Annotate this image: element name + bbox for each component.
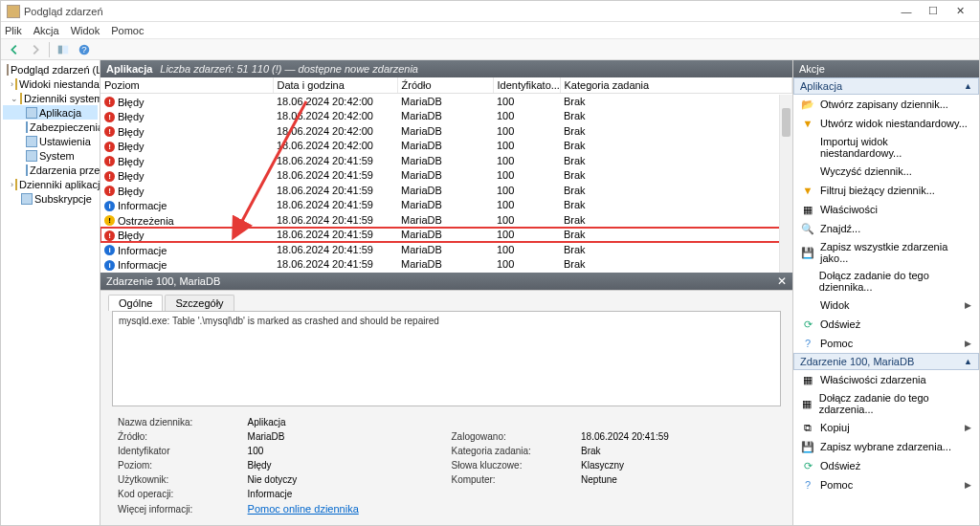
table-row[interactable]: iInformacje18.06.2024 20:41:59MariaDB100… (100, 257, 792, 273)
row-level: Ostrzeżenia (118, 215, 174, 227)
tree-appservices[interactable]: ›Dzienniki aplikacji i usług (3, 177, 98, 191)
level-info-icon: i (104, 201, 115, 211)
action-clear-log[interactable]: Wyczyść dziennik... (793, 162, 979, 181)
action-event-attach[interactable]: ▦Dołącz zadanie do tego zdarzenia... (793, 389, 979, 418)
back-button[interactable] (5, 41, 24, 58)
actions-group-app[interactable]: Aplikacja▲ (793, 77, 979, 95)
table-row[interactable]: iInformacje18.06.2024 20:41:59MariaDB100… (100, 198, 792, 213)
help-link[interactable]: Pomoc online dziennika (248, 503, 359, 515)
tree-label: Podgląd zdarzeń (Lokalny) (11, 64, 100, 76)
scrollbar[interactable] (779, 95, 792, 273)
table-row[interactable]: !Błędy18.06.2024 20:42:00MariaDB100Brak (100, 94, 792, 109)
minimize-button[interactable]: — (893, 3, 920, 20)
col-date[interactable]: Data i godzina (273, 77, 397, 94)
row-date: 18.06.2024 20:41:59 (273, 228, 397, 243)
tree-subscriptions[interactable]: Subskrypcje (3, 191, 98, 206)
action-save-selected[interactable]: 💾Zapisz wybrane zdarzenia... (793, 437, 979, 456)
action-save-all[interactable]: 💾Zapisz wszystkie zdarzenia jako... (793, 238, 979, 267)
tab-general[interactable]: Ogólne (108, 295, 163, 311)
table-row[interactable]: !Ostrzeżenia18.06.2024 20:41:59MariaDB10… (100, 212, 792, 228)
action-refresh-2[interactable]: ⟳Odśwież (793, 456, 979, 475)
level-err-icon: ! (104, 97, 115, 107)
filter-icon: ▼ (801, 117, 814, 130)
save-icon: 💾 (801, 246, 814, 259)
tree-security[interactable]: Zabezpieczenia (3, 120, 98, 134)
action-filter-log[interactable]: ▼Filtruj bieżący dziennik... (793, 181, 979, 200)
tab-details[interactable]: Szczegóły (165, 295, 234, 311)
action-create-view[interactable]: ▼Utwórz widok niestandardowy... (793, 114, 979, 133)
table-row[interactable]: !Błędy18.06.2024 20:41:59MariaDB100Brak (100, 153, 792, 168)
table-row[interactable]: !Błędy18.06.2024 20:42:00MariaDB100Brak (100, 123, 792, 139)
folder-open-icon: 📂 (801, 98, 814, 111)
menu-file[interactable]: Plik (5, 25, 22, 36)
close-button[interactable]: ✕ (947, 3, 973, 20)
action-properties[interactable]: ▦Właściwości (793, 200, 979, 219)
action-label: Importuj widok niestandardowy... (820, 136, 971, 159)
col-category[interactable]: Kategoria zadania (560, 77, 792, 94)
actions-group-event[interactable]: Zdarzenie 100, MariaDB▲ (793, 353, 979, 370)
collapse-icon[interactable]: ▲ (964, 357, 972, 366)
action-import-view[interactable]: Importuj widok niestandardowy... (793, 133, 979, 162)
row-category: Brak (560, 153, 792, 168)
collapse-icon[interactable]: ▲ (964, 81, 972, 91)
row-category: Brak (560, 168, 792, 184)
table-row[interactable]: iInformacje18.06.2024 20:41:59MariaDB100… (100, 272, 792, 273)
action-label: Wyczyść dziennik... (820, 165, 912, 177)
event-list[interactable]: Poziom Data i godzina Źródło Identyfikat… (100, 77, 792, 273)
table-row[interactable]: !Błędy18.06.2024 20:42:00MariaDB100Brak (100, 139, 792, 154)
tree-windows-logs[interactable]: ⌄Dzienniki systemu Windows (3, 91, 98, 105)
row-date: 18.06.2024 20:41:59 (273, 272, 397, 273)
table-row[interactable]: !Błędy18.06.2024 20:41:59MariaDB100Brak (100, 168, 792, 184)
level-info-icon: i (104, 260, 115, 271)
action-event-properties[interactable]: ▦Właściwości zdarzenia (793, 370, 979, 389)
row-id: 100 (493, 109, 560, 124)
row-id: 100 (493, 228, 560, 243)
row-date: 18.06.2024 20:42:00 (273, 109, 397, 124)
row-date: 18.06.2024 20:42:00 (273, 94, 397, 109)
action-find[interactable]: 🔍Znajdź... (793, 219, 979, 238)
meta-value: Aplikacja (244, 416, 446, 428)
meta-value: Informacje (244, 488, 446, 500)
tree-forwarded[interactable]: Zdarzenia przesyłane dalej (3, 163, 98, 177)
action-copy[interactable]: ⧉Kopiuj▶ (793, 418, 979, 437)
help-button[interactable]: ? (75, 41, 94, 58)
row-source: MariaDB (397, 272, 493, 273)
action-refresh[interactable]: ⟳Odśwież (793, 315, 979, 334)
maximize-button[interactable]: ☐ (920, 3, 947, 20)
row-source: MariaDB (397, 139, 493, 154)
row-level: Błędy (118, 141, 145, 152)
menu-action[interactable]: Akcja (33, 25, 59, 36)
tree-view[interactable]: Podgląd zdarzeń (Lokalny) ›Widoki niesta… (1, 60, 100, 525)
col-id[interactable]: Identyfikato... (493, 77, 560, 94)
action-view[interactable]: Widok▶ (793, 296, 979, 315)
tree-application[interactable]: Aplikacja (3, 105, 98, 120)
col-level[interactable]: Poziom (100, 77, 273, 94)
table-row[interactable]: !Błędy18.06.2024 20:41:59MariaDB100Brak (100, 228, 792, 243)
row-level: Błędy (118, 111, 145, 122)
action-help[interactable]: ?Pomoc▶ (793, 334, 979, 353)
show-tree-button[interactable] (54, 41, 73, 58)
col-source[interactable]: Źródło (397, 77, 493, 94)
copy-icon: ⧉ (801, 421, 814, 434)
scrollbar-thumb[interactable] (782, 108, 791, 137)
details-close-icon[interactable]: ✕ (777, 274, 787, 288)
menu-view[interactable]: Widok (71, 25, 100, 36)
action-label: Widok (820, 299, 850, 311)
task-icon: ▦ (801, 397, 813, 410)
tree-system[interactable]: System (3, 148, 98, 163)
action-help-2[interactable]: ?Pomoc▶ (793, 475, 979, 494)
row-level: Informacje (118, 200, 167, 211)
table-row[interactable]: iInformacje18.06.2024 20:41:59MariaDB100… (100, 242, 792, 257)
tree-setup[interactable]: Ustawienia (3, 134, 98, 148)
tree-custom-views[interactable]: ›Widoki niestandardowe (3, 77, 98, 91)
save-icon: 💾 (801, 440, 814, 453)
forward-button[interactable] (26, 41, 45, 58)
tree-root[interactable]: Podgląd zdarzeń (Lokalny) (3, 62, 98, 77)
row-id: 100 (493, 139, 560, 154)
action-open-log[interactable]: 📂Otwórz zapisany dziennik... (793, 95, 979, 114)
table-row[interactable]: !Błędy18.06.2024 20:42:00MariaDB100Brak (100, 109, 792, 124)
action-attach-task[interactable]: Dołącz zadanie do tego dziennika... (793, 267, 979, 296)
view-icon (801, 298, 814, 312)
menu-help[interactable]: Pomoc (111, 25, 144, 36)
table-row[interactable]: !Błędy18.06.2024 20:41:59MariaDB100Brak (100, 183, 792, 198)
